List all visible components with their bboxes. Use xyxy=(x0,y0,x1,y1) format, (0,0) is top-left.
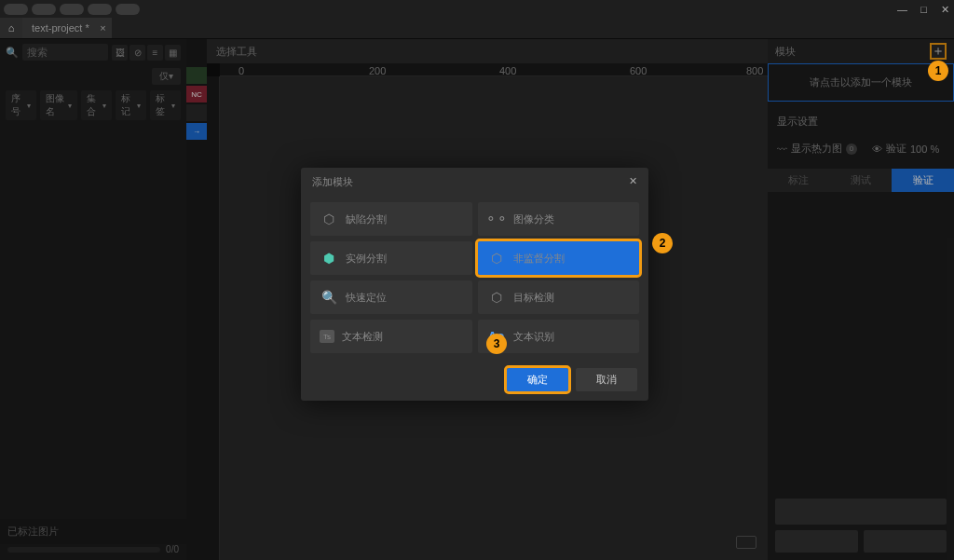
action-button-large[interactable] xyxy=(775,499,947,525)
canvas-toolbar: 选择工具 xyxy=(207,39,768,63)
keyboard-icon[interactable] xyxy=(736,536,756,549)
ruler-tick: 600 xyxy=(630,65,647,76)
maximize-icon[interactable]: □ xyxy=(919,5,929,15)
display-settings-header: 显示设置 xyxy=(768,109,954,134)
ruler-tick: 400 xyxy=(499,65,516,76)
add-module-dialog: 添加模块 ✕ ⬡缺陷分割 ⚬⚬图像分类 ⬢实例分割 ⬡非监督分割 🔍快速定位 ⬡… xyxy=(301,168,648,401)
mode-tabs: 标注 测试 验证 xyxy=(768,169,954,192)
home-tab[interactable]: ⌂ xyxy=(0,18,22,38)
titlebar-left xyxy=(4,4,140,15)
hex-white-icon: ⬡ xyxy=(487,249,506,267)
ruler-horizontal: 0 200 400 600 800 xyxy=(220,63,768,76)
module-defect-segmentation[interactable]: ⬡缺陷分割 xyxy=(310,202,472,236)
gutter-marker-nc[interactable]: NC xyxy=(186,86,207,102)
titlebar: — □ ✕ xyxy=(0,0,954,19)
module-text-detection[interactable]: Ts文本检测 xyxy=(310,320,472,353)
annotation-2: 2 xyxy=(652,233,673,253)
ruler-tick: 800 xyxy=(746,65,763,76)
module-unsupervised-segmentation[interactable]: ⬡非监督分割 xyxy=(478,241,640,275)
ruler-tick: 200 xyxy=(369,65,386,76)
menu-pill[interactable] xyxy=(60,4,84,15)
tool-gutter: NC → xyxy=(186,39,207,560)
gutter-item[interactable] xyxy=(186,67,207,84)
left-panel: 🔍 🖼 ⊘ ≡ ▦ 仅▾ 序号 图像名 集合 标记 标签 已标注图片 0/0 xyxy=(0,39,186,560)
col-set[interactable]: 集合 xyxy=(81,90,112,120)
ok-button[interactable]: 确定 xyxy=(507,368,568,391)
module-image-classification[interactable]: ⚬⚬图像分类 xyxy=(478,202,640,236)
tab-annotate[interactable]: 标注 xyxy=(768,169,830,192)
empty-module-prompt[interactable]: 请点击以添加一个模块 xyxy=(768,63,954,102)
modules-title: 模块 xyxy=(775,45,796,59)
status-label: 已标注图片 xyxy=(0,519,186,544)
minimize-icon[interactable]: — xyxy=(897,5,907,15)
ruler-tick: 0 xyxy=(238,65,244,76)
progress-text: 0/0 xyxy=(166,544,179,554)
menu-pill[interactable] xyxy=(4,4,28,15)
hex-icon: ⬡ xyxy=(320,210,338,228)
tab-title: text-project * xyxy=(32,22,89,34)
tab-close-icon[interactable]: × xyxy=(100,22,105,34)
right-panel: 模块 ＋ 请点击以添加一个模块 显示设置 〰 显示热力图 0 👁 验证 100 … xyxy=(768,39,954,560)
close-icon[interactable]: ✕ xyxy=(940,5,950,15)
text-box-icon: Ts xyxy=(320,330,334,343)
heatmap-toggle[interactable]: 〰 显示热力图 0 xyxy=(777,142,857,156)
cancel-button[interactable]: 取消 xyxy=(576,368,637,391)
col-index[interactable]: 序号 xyxy=(6,90,36,120)
dialog-close-icon[interactable]: ✕ xyxy=(629,175,637,189)
module-instance-segmentation[interactable]: ⬢实例分割 xyxy=(310,241,472,275)
menu-pill[interactable] xyxy=(32,4,56,15)
list-icon[interactable]: ≡ xyxy=(147,45,163,61)
ruler-vertical xyxy=(207,76,220,560)
col-name[interactable]: 图像名 xyxy=(40,90,78,120)
filter-button[interactable]: 仅▾ xyxy=(152,68,181,85)
search-input[interactable] xyxy=(22,44,108,61)
action-button-a[interactable] xyxy=(775,530,858,553)
search-target-icon: 🔍 xyxy=(320,288,338,307)
col-mark[interactable]: 标记 xyxy=(116,90,146,120)
annotation-3: 3 xyxy=(486,334,507,354)
hex-green-icon: ⬢ xyxy=(320,249,338,267)
annotation-1: 1 xyxy=(928,61,948,81)
tool-label: 选择工具 xyxy=(216,45,257,59)
module-fast-locate[interactable]: 🔍快速定位 xyxy=(310,280,472,314)
column-headers: 序号 图像名 集合 标记 标签 xyxy=(0,88,186,123)
eye-icon: 👁 xyxy=(872,143,882,155)
tabbar: ⌂ text-project * × xyxy=(0,19,954,39)
menu-pill[interactable] xyxy=(88,4,112,15)
hex-outline-icon: ⬡ xyxy=(487,288,506,307)
image-filter-icon[interactable]: 🖼 xyxy=(112,45,128,61)
col-tag[interactable]: 标签 xyxy=(150,90,181,120)
verify-toggle[interactable]: 👁 验证 100 % xyxy=(872,142,939,156)
abc-icon: ⚬⚬ xyxy=(487,210,506,228)
tab-verify[interactable]: 验证 xyxy=(892,169,954,192)
tab-test[interactable]: 测试 xyxy=(830,169,893,192)
module-object-detection[interactable]: ⬡目标检测 xyxy=(478,280,640,314)
dialog-title: 添加模块 xyxy=(312,175,353,189)
progress-bar xyxy=(7,547,160,553)
add-module-button[interactable]: ＋ xyxy=(930,43,947,60)
project-tab[interactable]: text-project * × xyxy=(22,18,112,38)
window-controls: — □ ✕ xyxy=(897,5,950,15)
gutter-selected[interactable]: → xyxy=(186,123,207,140)
search-icon: 🔍 xyxy=(6,47,19,59)
gutter-item[interactable] xyxy=(186,104,207,121)
clear-icon[interactable]: ⊘ xyxy=(129,45,145,61)
grid-icon[interactable]: ▦ xyxy=(165,45,181,61)
menu-pill[interactable] xyxy=(116,4,140,15)
wave-icon: 〰 xyxy=(777,143,787,155)
heatmap-badge: 0 xyxy=(846,143,857,155)
action-button-b[interactable] xyxy=(864,530,947,553)
